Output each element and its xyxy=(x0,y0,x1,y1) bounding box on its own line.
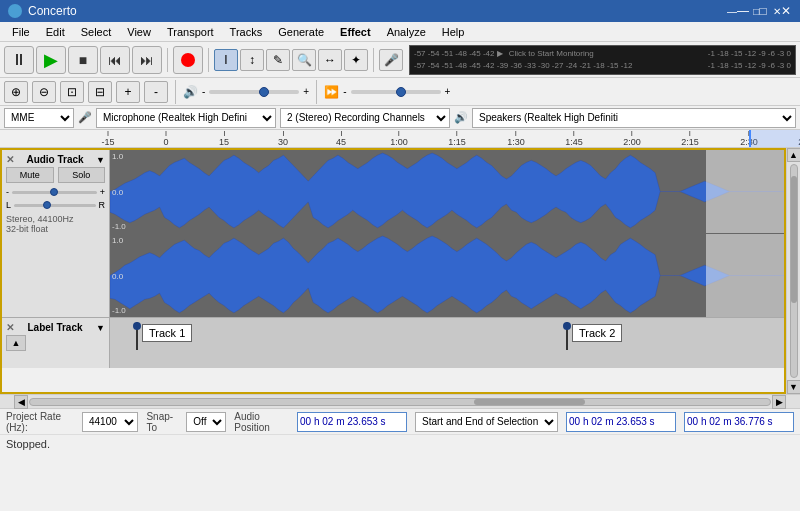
audio-pos-input[interactable] xyxy=(297,412,407,432)
tool-multi[interactable]: ✦ xyxy=(344,49,368,71)
audio-host-select[interactable]: MME xyxy=(4,108,74,128)
menu-generate[interactable]: Generate xyxy=(270,24,332,40)
label-track-header: ✕ Label Track ▼ xyxy=(6,322,105,333)
vscroll-track xyxy=(790,164,798,378)
vol-icon: 🔊 xyxy=(183,85,198,99)
menu-tracks[interactable]: Tracks xyxy=(222,24,271,40)
speaker-select[interactable]: Speakers (Realtek High Definiti xyxy=(472,108,796,128)
zoom-fit-button[interactable]: ⊡ xyxy=(60,81,84,103)
label-item-track2[interactable]: Track 2 xyxy=(562,322,622,350)
tick-200: 2:00 xyxy=(623,131,641,147)
waveform-scale-mid-1: 0.0 xyxy=(112,187,782,196)
channels-select[interactable]: 2 (Stereo) Recording Channels xyxy=(280,108,450,128)
volume-thumb xyxy=(259,87,269,97)
waveform-channel-bot: 1.0 0.0 -1.0 xyxy=(110,234,784,317)
zoom-out-button[interactable]: ⊖ xyxy=(32,81,56,103)
menu-transport[interactable]: Transport xyxy=(159,24,222,40)
skip-end-button[interactable] xyxy=(132,46,162,74)
menu-select[interactable]: Select xyxy=(73,24,120,40)
vscroll-up-button[interactable]: ▲ xyxy=(787,148,801,162)
play-button[interactable]: ▶ xyxy=(36,46,66,74)
label-track-expand-button[interactable]: ▲ xyxy=(6,335,26,351)
tick-15: 15 xyxy=(219,131,229,147)
stop-button[interactable]: ■ xyxy=(68,46,98,74)
hscroll-left-button[interactable]: ◀ xyxy=(14,395,28,409)
waveform-container[interactable]: 1.0 0.0 -1.0 1.0 xyxy=(110,150,784,317)
skip-start-button[interactable] xyxy=(100,46,130,74)
zoom-minus-button[interactable]: - xyxy=(144,81,168,103)
track-dropdown-button[interactable]: ▼ xyxy=(96,155,105,165)
toolbar-separator-5 xyxy=(316,80,317,104)
menu-help[interactable]: Help xyxy=(434,24,473,40)
pin-dot-2 xyxy=(563,322,571,330)
menu-effect[interactable]: Effect xyxy=(332,24,379,40)
tool-envelope[interactable]: ↕ xyxy=(240,49,264,71)
label-track-area: Track 1 Track 2 xyxy=(110,318,784,368)
project-rate-label: Project Rate (Hz): xyxy=(6,411,74,433)
label-track-close-button[interactable]: ✕ xyxy=(6,322,14,333)
snap-to-select[interactable]: Off xyxy=(186,412,226,432)
minimize-button[interactable]: — xyxy=(728,2,748,20)
waveform-scale-top-1: 1.0 xyxy=(112,152,782,161)
mute-solo-row: Mute Solo xyxy=(6,167,105,183)
menu-view[interactable]: View xyxy=(119,24,159,40)
menu-edit[interactable]: Edit xyxy=(38,24,73,40)
label-track: ✕ Label Track ▼ ▲ Track 1 xyxy=(2,318,784,368)
zoom-in-button[interactable]: ⊕ xyxy=(4,81,28,103)
record-button[interactable] xyxy=(173,46,203,74)
audio-track-controls: ✕ Audio Track ▼ Mute Solo - + xyxy=(2,150,110,317)
label-box-track2[interactable]: Track 2 xyxy=(572,324,622,342)
menu-analyze[interactable]: Analyze xyxy=(379,24,434,40)
label-item-track1[interactable]: Track 1 xyxy=(132,322,192,350)
mute-button[interactable]: Mute xyxy=(6,167,54,183)
solo-button[interactable]: Solo xyxy=(58,167,106,183)
hscroll-thumb[interactable] xyxy=(474,399,585,405)
selection-type-select[interactable]: Start and End of Selection xyxy=(415,412,558,432)
status-bar: Stopped. xyxy=(0,435,800,453)
pause-button[interactable] xyxy=(4,46,34,74)
maximize-button[interactable]: □ xyxy=(750,2,770,20)
zoom-plus-button[interactable]: + xyxy=(116,81,140,103)
mic-select[interactable]: Microphone (Realtek High Defini xyxy=(96,108,276,128)
tool-mic[interactable]: 🎤 xyxy=(379,49,403,71)
vol-pan-area: - + L R xyxy=(6,187,105,210)
vu-row-top: -57 -54 -51 -48 -45 -42 ▶ Click to Start… xyxy=(414,49,791,59)
selection-overlay-bot-1 xyxy=(706,234,784,317)
label-track-dropdown[interactable]: ▼ xyxy=(96,323,105,333)
hscroll-right-button[interactable]: ▶ xyxy=(772,395,786,409)
label-track-controls: ✕ Label Track ▼ ▲ xyxy=(2,318,110,368)
title-left: Concerto xyxy=(8,4,77,18)
speaker-icon: 🔊 xyxy=(454,111,468,124)
toolbar-separator-2 xyxy=(208,48,209,72)
selection-overlay-top-1 xyxy=(706,150,784,233)
device-row: MME 🎤 Microphone (Realtek High Defini 2 … xyxy=(0,106,800,130)
menu-bar: File Edit Select View Transport Tracks G… xyxy=(0,22,800,42)
snap-to-label: Snap-To xyxy=(146,411,178,433)
zoom-sel-button[interactable]: ⊟ xyxy=(88,81,112,103)
track-vol-slider[interactable] xyxy=(12,191,97,194)
audio-pos-label: Audio Position xyxy=(234,411,289,433)
close-button[interactable]: ✕ xyxy=(772,2,792,20)
tick-30: 30 xyxy=(278,131,288,147)
label-box-track1[interactable]: Track 1 xyxy=(142,324,192,342)
sel-start-input[interactable] xyxy=(566,412,676,432)
project-rate-select[interactable]: 44100 xyxy=(82,412,138,432)
vscroll-down-button[interactable]: ▼ xyxy=(787,380,801,394)
rate-plus-label: + xyxy=(445,86,451,97)
tool-timeshift[interactable]: ↔ xyxy=(318,49,342,71)
bottom-controls: Project Rate (Hz): 44100 Snap-To Off Aud… xyxy=(0,409,800,435)
rate-slider[interactable] xyxy=(351,90,441,94)
vscroll-thumb[interactable] xyxy=(791,176,797,303)
track-close-button[interactable]: ✕ xyxy=(6,154,14,165)
tool-select[interactable]: I xyxy=(214,49,238,71)
sel-end-input[interactable] xyxy=(684,412,794,432)
track-pan-slider[interactable] xyxy=(14,204,95,207)
volume-slider[interactable] xyxy=(209,90,299,94)
menu-file[interactable]: File xyxy=(4,24,38,40)
rate-thumb xyxy=(396,87,406,97)
tool-zoom[interactable]: 🔍 xyxy=(292,49,316,71)
vol-plus-label: + xyxy=(303,86,309,97)
waveform-scale-mid-2: 0.0 xyxy=(112,271,782,280)
vu-meter[interactable]: -57 -54 -51 -48 -45 -42 ▶ Click to Start… xyxy=(409,45,796,75)
tool-draw[interactable]: ✎ xyxy=(266,49,290,71)
